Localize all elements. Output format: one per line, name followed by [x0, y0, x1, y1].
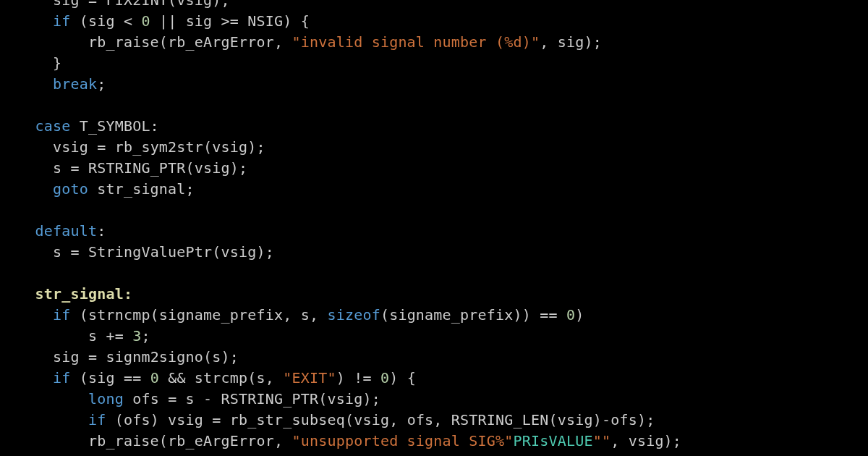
code-line: sig [17, 0, 88, 9]
label-str-signal: str_signal: [35, 285, 132, 303]
code-block: sig = FIX2INT(vsig); if (sig < 0 || sig … [0, 0, 868, 456]
